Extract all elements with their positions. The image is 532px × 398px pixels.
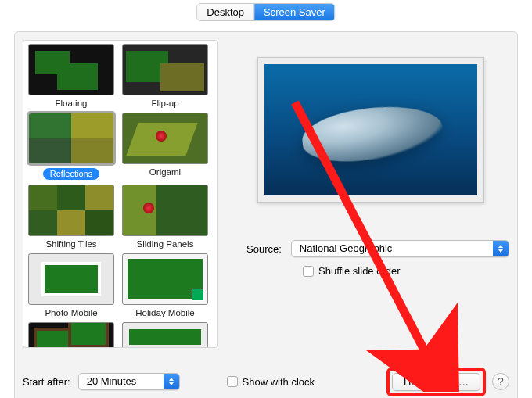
start-after-select[interactable]: 20 Minutes <box>78 373 180 390</box>
ss-item-floating[interactable]: Floating <box>27 44 116 108</box>
ss-thumb <box>28 185 114 236</box>
tab-screensaver[interactable]: Screen Saver <box>254 4 335 20</box>
prefs-panel: Floating Flip-up Reflections Origami Shi… <box>14 31 518 398</box>
help-button[interactable]: ? <box>492 373 509 390</box>
ss-thumb <box>28 253 114 305</box>
ss-thumb <box>122 253 208 305</box>
shuffle-label: Shuffle slide order <box>318 265 401 277</box>
shuffle-checkbox[interactable] <box>303 266 314 277</box>
ss-thumb <box>122 322 208 348</box>
source-label: Source: <box>246 243 282 255</box>
ss-item-photo-mobile[interactable]: Photo Mobile <box>27 253 116 317</box>
ss-thumb <box>122 185 208 236</box>
ss-thumb <box>122 44 208 95</box>
annotation-highlight: Hot Corners… <box>386 368 486 396</box>
ss-item-partial-1[interactable] <box>27 322 116 348</box>
ss-item-holiday-mobile[interactable]: Holiday Mobile <box>120 253 210 317</box>
screensaver-grid: Floating Flip-up Reflections Origami Shi… <box>23 40 218 348</box>
hot-corners-button[interactable]: Hot Corners… <box>392 373 480 391</box>
ss-item-flipup[interactable]: Flip-up <box>120 44 210 108</box>
ss-item-reflections[interactable]: Reflections <box>27 113 116 180</box>
selected-badge: Reflections <box>43 168 99 180</box>
ss-thumb <box>122 113 208 164</box>
screensaver-preview <box>257 57 484 203</box>
ss-item-partial-2[interactable] <box>120 322 210 348</box>
ss-thumb <box>28 322 114 348</box>
tab-desktop[interactable]: Desktop <box>197 4 254 20</box>
chevron-updown-icon <box>164 374 179 389</box>
start-after-label: Start after: <box>23 376 70 388</box>
show-clock-checkbox[interactable] <box>227 376 238 387</box>
source-select[interactable]: National Geographic <box>291 240 509 257</box>
ss-thumb <box>28 113 114 164</box>
chevron-updown-icon <box>493 241 509 256</box>
ss-thumb <box>28 44 114 95</box>
desktop-screensaver-tabs: Desktop Screen Saver <box>196 3 335 21</box>
ss-item-shifting-tiles[interactable]: Shifting Tiles <box>27 185 116 249</box>
ss-item-sliding-panels[interactable]: Sliding Panels <box>120 185 210 249</box>
ss-item-origami[interactable]: Origami <box>120 113 210 180</box>
show-clock-label: Show with clock <box>243 376 315 388</box>
